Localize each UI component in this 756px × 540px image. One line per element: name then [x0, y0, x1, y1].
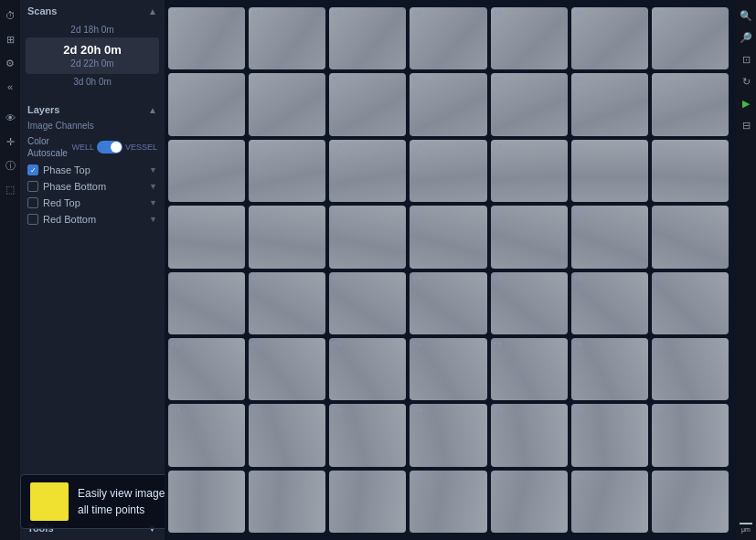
settings-icon[interactable]: ⚙ — [2, 55, 18, 71]
well-G7[interactable]: G7 — [652, 404, 729, 466]
sidebar: ⏱ ⊞ ⚙ « 👁 ✛ ⓘ ⬚ Scans ▲ 2d 18h 0m 2d 20h… — [0, 0, 165, 540]
well-D3[interactable]: D3 — [329, 206, 406, 268]
well-B1[interactable]: B1 — [168, 73, 245, 135]
well-C3[interactable]: C3 — [329, 140, 406, 202]
play-button[interactable]: ▶ — [738, 95, 754, 111]
well-F1[interactable]: F1 — [168, 338, 245, 400]
well-F4[interactable]: F4 — [410, 338, 486, 400]
well-D5[interactable]: D5 — [491, 206, 568, 268]
scale-line — [740, 523, 752, 524]
well-C5[interactable]: C5 — [491, 140, 568, 202]
well-D7[interactable]: D7 — [652, 206, 729, 268]
well-B2[interactable]: B2 — [249, 73, 325, 135]
rotate-button[interactable]: ↻ — [738, 73, 754, 90]
grid-icon[interactable]: ⊞ — [2, 31, 18, 48]
channel-red-top[interactable]: Red Top ▼ — [20, 195, 165, 211]
well-label-G2: G2 — [251, 406, 261, 414]
well-H2[interactable]: H2 — [249, 471, 325, 533]
channel-phase-top[interactable]: Phase Top ▼ — [20, 162, 165, 178]
clock-icon[interactable]: ⏱ — [2, 7, 18, 24]
well-A2[interactable]: A2 — [249, 7, 325, 69]
well-E5[interactable]: E5 — [491, 272, 568, 334]
arrow-left-icon[interactable]: « — [2, 79, 18, 95]
well-image-F4 — [410, 338, 486, 400]
well-F5[interactable]: F5 — [491, 338, 568, 400]
red-bottom-checkbox[interactable] — [27, 214, 38, 225]
well-H4[interactable]: H4 — [410, 471, 486, 533]
grid-container: A1A2A3A4A5A6A7B1B2B3B4B5B6B7C1C2C3C4C5C6… — [168, 7, 729, 533]
well-E7[interactable]: E7 — [652, 272, 729, 334]
scans-list: 2d 18h 0m 2d 20h 0m 2d 22h 0m 3d 0h 0m — [20, 20, 165, 91]
well-A7[interactable]: A7 — [652, 7, 729, 69]
well-G2[interactable]: G2 — [249, 404, 325, 466]
well-G3[interactable]: G3 — [329, 404, 406, 466]
scan-item-active[interactable]: 2d 20h 0m 2d 22h 0m — [26, 37, 159, 74]
well-H1[interactable]: H1 — [168, 471, 245, 533]
zoom-in-button[interactable]: 🔍 — [738, 7, 754, 24]
well-C7[interactable]: C7 — [652, 140, 729, 202]
well-label-H7: H7 — [655, 472, 664, 481]
well-H6[interactable]: H6 — [571, 471, 648, 533]
well-C6[interactable]: C6 — [571, 140, 648, 202]
phase-bottom-checkbox[interactable] — [27, 181, 38, 192]
well-G4[interactable]: G4 — [410, 404, 486, 466]
well-D1[interactable]: D1 — [168, 206, 245, 268]
well-C2[interactable]: C2 — [249, 140, 325, 202]
well-label-C5: C5 — [494, 142, 503, 150]
eye-icon[interactable]: 👁 — [2, 110, 18, 126]
well-B7[interactable]: B7 — [652, 73, 729, 135]
info-icon[interactable]: ⓘ — [2, 157, 18, 174]
image-channels-label: Image Channels — [20, 119, 165, 132]
red-top-checkbox[interactable] — [27, 197, 38, 208]
well-E2[interactable]: E2 — [249, 272, 325, 334]
sidebar-inner: Scans ▲ 2d 18h 0m 2d 20h 0m 2d 22h 0m 3d… — [20, 0, 165, 540]
well-B4[interactable]: B4 — [410, 73, 486, 135]
scans-collapse-icon[interactable]: ▲ — [148, 6, 157, 16]
layers-collapse-icon[interactable]: ▲ — [148, 105, 157, 115]
well-D4[interactable]: D4 — [410, 206, 486, 268]
well-A5[interactable]: A5 — [491, 7, 568, 69]
channel-red-bottom[interactable]: Red Bottom ▼ — [20, 211, 165, 228]
well-F2[interactable]: F2 — [249, 338, 325, 400]
well-E1[interactable]: E1 — [168, 272, 245, 334]
grid-view-button[interactable]: ⊟ — [738, 117, 754, 133]
phase-top-checkbox[interactable] — [27, 164, 38, 175]
well-label-F3: F3 — [332, 340, 340, 348]
well-A6[interactable]: A6 — [571, 7, 648, 69]
channel-phase-bottom[interactable]: Phase Bottom ▼ — [20, 178, 165, 195]
toggle-switch[interactable] — [97, 141, 122, 154]
well-G5[interactable]: G5 — [491, 404, 568, 466]
well-H3[interactable]: H3 — [329, 471, 406, 533]
well-H7[interactable]: H7 — [652, 471, 729, 533]
well-label-G4: G4 — [412, 406, 422, 414]
well-label-G5: G5 — [494, 406, 504, 414]
zoom-out-button[interactable]: 🔎 — [738, 29, 754, 46]
well-image-F1 — [168, 338, 245, 400]
well-label-H1: H1 — [171, 472, 180, 481]
well-F6[interactable]: F6 — [571, 338, 648, 400]
well-E3[interactable]: E3 — [329, 272, 406, 334]
well-C1[interactable]: C1 — [168, 140, 245, 202]
well-F7[interactable]: F7 — [652, 338, 729, 400]
well-A1[interactable]: A1 — [168, 7, 245, 69]
well-B3[interactable]: B3 — [329, 73, 406, 135]
well-B6[interactable]: B6 — [571, 73, 648, 135]
well-B5[interactable]: B5 — [491, 73, 568, 135]
well-D6[interactable]: D6 — [571, 206, 648, 268]
well-G1[interactable]: G1 — [168, 404, 245, 466]
well-G6[interactable]: G6 — [571, 404, 648, 466]
well-A3[interactable]: A3 — [329, 7, 406, 69]
scan-item-1[interactable]: 2d 18h 0m — [26, 22, 159, 37]
scan-item-3[interactable]: 3d 0h 0m — [26, 74, 159, 90]
well-label-A1: A1 — [171, 9, 180, 17]
crosshair-icon[interactable]: ✛ — [2, 133, 18, 150]
well-F3[interactable]: F3 — [329, 338, 406, 400]
well-E4[interactable]: E4 — [410, 272, 486, 334]
well-A4[interactable]: A4 — [410, 7, 486, 69]
well-E6[interactable]: E6 — [571, 272, 648, 334]
well-H5[interactable]: H5 — [491, 471, 568, 533]
well-D2[interactable]: D2 — [249, 206, 325, 268]
well-C4[interactable]: C4 — [410, 140, 486, 202]
image-icon[interactable]: ⬚ — [2, 181, 18, 197]
fit-button[interactable]: ⊡ — [738, 51, 754, 68]
